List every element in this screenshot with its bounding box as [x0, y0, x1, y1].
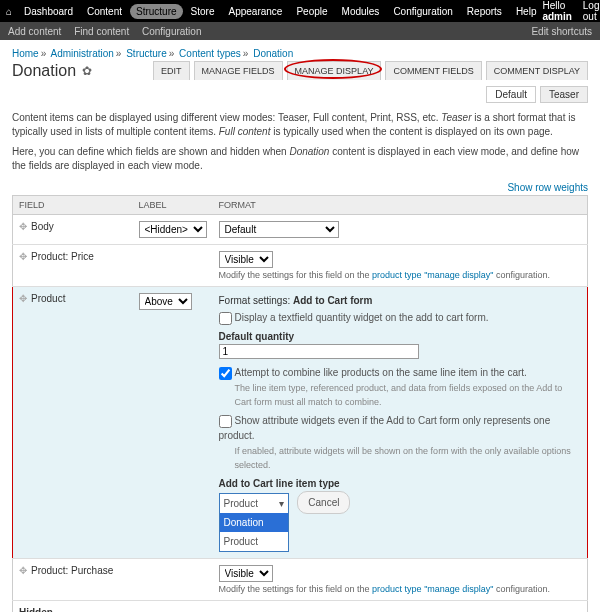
menu-dashboard[interactable]: Dashboard	[18, 4, 79, 19]
row-hidden-header: Hidden	[13, 601, 588, 613]
view-mode-tabs: Default Teaser	[12, 86, 588, 103]
cb-combine-desc: The line item type, referenced product, …	[235, 382, 582, 409]
col-field: FIELD	[13, 196, 133, 215]
body-format-select[interactable]: Default	[219, 221, 339, 238]
menu-appearance[interactable]: Appearance	[222, 4, 288, 19]
chevron-down-icon: ▾	[279, 496, 284, 511]
admin-toolbar: ⌂ Dashboard Content Structure Store Appe…	[0, 0, 600, 22]
col-label: LABEL	[133, 196, 213, 215]
cb-attributes[interactable]: Show attribute widgets even if the Add t…	[219, 413, 582, 443]
cb-combine[interactable]: Attempt to combine like products on the …	[219, 365, 582, 380]
crumb-donation[interactable]: Donation	[253, 48, 293, 59]
fields-table: FIELD LABEL FORMAT ✥Body <Hidden> Defaul…	[12, 195, 588, 612]
cb-quantity-widget[interactable]: Display a textfield quantity widget on t…	[219, 310, 582, 325]
default-quantity-input[interactable]	[219, 344, 419, 359]
menu-store[interactable]: Store	[185, 4, 221, 19]
line-item-type-select[interactable]: Product▾ Donation Product	[219, 493, 289, 552]
tab-comment-display[interactable]: COMMENT DISPLAY	[486, 61, 588, 80]
breadcrumb: Home» Administration» Structure» Content…	[12, 48, 588, 59]
intro-text: Content items can be displayed using dif…	[12, 111, 588, 173]
option-product[interactable]: Product	[220, 532, 288, 551]
crumb-admin[interactable]: Administration	[50, 48, 113, 59]
toolbar-menu: Dashboard Content Structure Store Appear…	[18, 4, 542, 19]
cancel-button[interactable]: Cancel	[297, 491, 350, 514]
menu-reports[interactable]: Reports	[461, 4, 508, 19]
menu-modules[interactable]: Modules	[336, 4, 386, 19]
drag-handle-icon[interactable]: ✥	[19, 293, 27, 304]
col-format: FORMAT	[213, 196, 588, 215]
primary-tabs: EDIT MANAGE FIELDS MANAGE DISPLAY COMMEN…	[153, 61, 588, 80]
price-format-select[interactable]: Visible	[219, 251, 273, 268]
drag-handle-icon[interactable]: ✥	[19, 565, 27, 576]
shortcut-add-content[interactable]: Add content	[8, 26, 61, 37]
subtab-teaser[interactable]: Teaser	[540, 86, 588, 103]
product-label-select[interactable]: Above	[139, 293, 192, 310]
logout-link[interactable]: Log out	[583, 0, 600, 22]
line-item-type-label: Add to Cart line item type	[219, 476, 582, 491]
purchase-config-link[interactable]: product type "manage display"	[372, 584, 493, 594]
tab-manage-display[interactable]: MANAGE DISPLAY	[287, 61, 382, 80]
body-label-select[interactable]: <Hidden>	[139, 221, 207, 238]
option-donation[interactable]: Donation	[220, 513, 288, 532]
hello-label: Hello admin	[542, 0, 574, 22]
tab-edit[interactable]: EDIT	[153, 61, 190, 80]
row-body: ✥Body <Hidden> Default	[13, 215, 588, 245]
row-price: ✥Product: Price Visible Modify the setti…	[13, 245, 588, 287]
subtab-default[interactable]: Default	[486, 86, 536, 103]
shortcut-bar: Add content Find content Configuration E…	[0, 22, 600, 40]
gear-icon[interactable]: ✿	[82, 64, 92, 78]
menu-help[interactable]: Help	[510, 4, 543, 19]
crumb-content-types[interactable]: Content types	[179, 48, 241, 59]
shortcut-find-content[interactable]: Find content	[74, 26, 129, 37]
crumb-structure[interactable]: Structure	[126, 48, 167, 59]
tab-manage-fields[interactable]: MANAGE FIELDS	[194, 61, 283, 80]
tab-comment-fields[interactable]: COMMENT FIELDS	[385, 61, 481, 80]
purchase-format-select[interactable]: Visible	[219, 565, 273, 582]
menu-people[interactable]: People	[290, 4, 333, 19]
row-product: ✥Product Above Format settings: Add to C…	[13, 287, 588, 559]
drag-handle-icon[interactable]: ✥	[19, 251, 27, 262]
crumb-home[interactable]: Home	[12, 48, 39, 59]
shortcut-configuration[interactable]: Configuration	[142, 26, 201, 37]
page-title: Donation	[12, 62, 76, 80]
price-config-link[interactable]: product type "manage display"	[372, 270, 493, 280]
menu-content[interactable]: Content	[81, 4, 128, 19]
row-purchase: ✥Product: Purchase Visible Modify the se…	[13, 559, 588, 601]
menu-configuration[interactable]: Configuration	[387, 4, 458, 19]
menu-structure[interactable]: Structure	[130, 4, 183, 19]
edit-shortcuts-link[interactable]: Edit shortcuts	[531, 26, 592, 37]
default-quantity-label: Default quantity	[219, 329, 582, 344]
show-row-weights-link[interactable]: Show row weights	[507, 182, 588, 193]
drag-handle-icon[interactable]: ✥	[19, 221, 27, 232]
cb-attributes-desc: If enabled, attribute widgets will be sh…	[235, 445, 582, 472]
home-icon[interactable]: ⌂	[6, 6, 12, 17]
